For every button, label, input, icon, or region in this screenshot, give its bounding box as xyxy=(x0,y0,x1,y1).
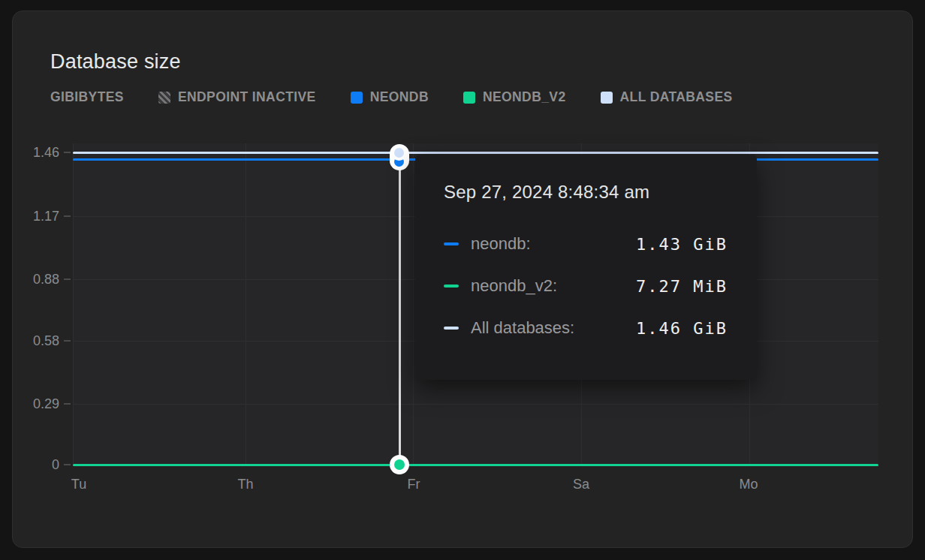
tooltip-row-all-databases: All databases: 1.46 GiB xyxy=(444,313,728,343)
legend-item-all-databases[interactable]: ALL DATABASES xyxy=(601,89,733,105)
y-axis-label: 0.29 xyxy=(22,396,59,412)
unit-label: GIBIBYTES xyxy=(50,89,124,105)
y-tick xyxy=(64,340,71,342)
x-axis-label: Mo xyxy=(739,477,758,492)
series-line-all-databases xyxy=(73,152,878,154)
y-tick xyxy=(64,278,71,280)
y-tick xyxy=(64,464,71,465)
tooltip-row-neondb-v2: neondb_v2: 7.27 MiB xyxy=(444,271,728,301)
y-tick xyxy=(64,215,71,217)
legend-item-endpoint-inactive[interactable]: ENDPOINT INACTIVE xyxy=(158,89,316,105)
crosshair-line xyxy=(399,154,401,466)
all-databases-dash-icon xyxy=(444,327,459,330)
legend-item-neondb[interactable]: NEONDB xyxy=(351,89,429,105)
gridline-x xyxy=(413,143,414,465)
tooltip-timestamp: Sep 27, 2024 8:48:34 am xyxy=(444,180,728,204)
database-size-card: Database size GIBIBYTES ENDPOINT INACTIV… xyxy=(12,11,913,548)
y-axis-label: 0.58 xyxy=(22,333,59,349)
neondb-dash-icon xyxy=(444,242,459,245)
tooltip-row-neondb: neondb: 1.43 GiB xyxy=(444,229,728,259)
neondb-swatch-icon xyxy=(351,92,363,104)
endpoint-inactive-swatch-icon xyxy=(158,92,170,104)
hover-point-neondb-v2 xyxy=(394,459,405,470)
y-axis-label: 1.17 xyxy=(22,209,59,224)
all-databases-swatch-icon xyxy=(601,92,613,104)
y-tick xyxy=(64,403,71,405)
x-axis-label: Tu xyxy=(71,477,86,492)
y-tick xyxy=(64,152,71,153)
series-line-neondb-v2 xyxy=(73,464,878,466)
x-axis-label: Sa xyxy=(573,477,589,492)
neondb-v2-swatch-icon xyxy=(463,92,475,104)
gridline-x xyxy=(246,143,246,465)
neondb-v2-dash-icon xyxy=(444,285,459,288)
y-axis-label: 0 xyxy=(22,457,59,473)
legend-item-neondb-v2[interactable]: NEONDB_V2 xyxy=(463,89,566,105)
y-axis-label: 0.88 xyxy=(22,272,59,288)
x-axis-label: Fr xyxy=(408,477,420,492)
gridline-y xyxy=(73,404,878,405)
y-axis-label: 1.46 xyxy=(22,145,59,161)
x-axis-label: Th xyxy=(237,477,253,492)
hover-point-all-databases xyxy=(394,148,404,158)
chart-legend: GIBIBYTES ENDPOINT INACTIVE NEONDB NEOND… xyxy=(50,89,733,105)
page-title: Database size xyxy=(50,50,181,74)
chart-tooltip: Sep 27, 2024 8:48:34 am neondb: 1.43 GiB… xyxy=(415,155,757,380)
